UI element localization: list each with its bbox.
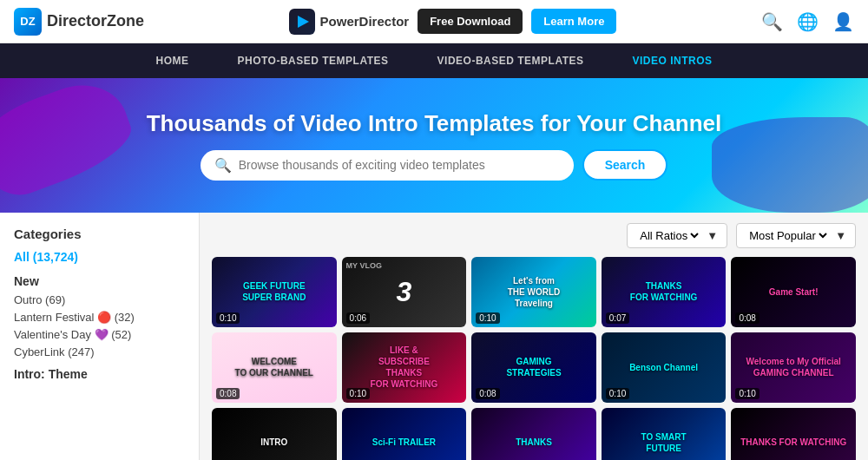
powerdirector-logo: PowerDirector xyxy=(289,9,410,35)
video-duration-gaming2: 0:10 xyxy=(735,388,759,399)
video-card-gaming2[interactable]: Welcome to My Official GAMING CHANNEL0:1… xyxy=(731,332,856,403)
categories-title: Categories xyxy=(14,227,185,241)
video-thumb-intro: INTRO xyxy=(212,408,337,460)
sidebar: Categories All (13,724) New Outro (69) L… xyxy=(0,213,200,460)
product-name: PowerDirector xyxy=(320,14,410,29)
video-card-welcome[interactable]: WELCOME TO OUR CHANNEL0:08 xyxy=(212,332,337,403)
ratio-select[interactable]: All Ratios xyxy=(636,228,701,243)
nav-photo-templates[interactable]: PHOTO-BASED TEMPLATES xyxy=(213,43,412,78)
sidebar-all-item[interactable]: All (13,724) xyxy=(14,250,185,264)
sort-select[interactable]: Most Popular xyxy=(746,228,830,243)
chevron-down-icon: ▼ xyxy=(835,229,846,242)
card-text-game: Game Start! xyxy=(766,283,822,301)
video-card-thanks2[interactable]: THANKS xyxy=(471,408,596,460)
sort-filter[interactable]: Most Popular ▼ xyxy=(736,223,856,248)
card-text-scifi: Sci-Fi TRAILER xyxy=(369,433,439,451)
logo-link[interactable]: DZ DirectorZone xyxy=(14,8,144,36)
video-thumb-thanks3: THANKS FOR WATCHING xyxy=(731,408,856,460)
header: DZ DirectorZone PowerDirector Free Downl… xyxy=(0,0,868,43)
card-text-thanks1: THANKS FOR WATCHING xyxy=(627,277,701,306)
hero-blob2 xyxy=(712,117,868,213)
video-card-scifi[interactable]: Sci-Fi TRAILER xyxy=(342,408,467,460)
nav-video-intros[interactable]: VIDEO INTROS xyxy=(608,43,737,78)
video-card-thanks1[interactable]: THANKS FOR WATCHING0:07 xyxy=(602,257,727,327)
card-text-thanks3: THANKS FOR WATCHING xyxy=(737,433,850,451)
video-duration-benson: 0:10 xyxy=(606,388,629,399)
grid-area: All Ratios ▼ Most Popular ▼ GEEK FUTURE … xyxy=(200,213,868,460)
pd-icon xyxy=(289,9,315,35)
sidebar-item-outro[interactable]: Outro (69) xyxy=(14,293,185,306)
card-text-benson: Benson Channel xyxy=(626,358,701,377)
video-thumb-scifi: Sci-Fi TRAILER xyxy=(342,408,467,460)
logo-text: DirectorZone xyxy=(47,12,144,30)
hero-search-row: 🔍 Search xyxy=(201,149,668,181)
header-right: 🔍 🌐 👤 xyxy=(761,11,854,32)
learn-more-button[interactable]: Learn More xyxy=(531,9,616,34)
main-content: Categories All (13,724) New Outro (69) L… xyxy=(0,213,868,460)
card-text-gaming2: Welcome to My Official GAMING CHANNEL xyxy=(743,352,845,382)
search-input[interactable] xyxy=(239,158,560,172)
video-card-gaming[interactable]: GAMING STRATEGIES0:08 xyxy=(471,332,596,403)
ratio-filter[interactable]: All Ratios ▼ xyxy=(627,223,727,248)
nav-video-templates[interactable]: VIDEO-BASED TEMPLATES xyxy=(413,43,608,78)
hero-search-box: 🔍 xyxy=(201,150,574,181)
video-duration-subscribe: 0:10 xyxy=(346,388,370,399)
video-card-thanks3[interactable]: THANKS FOR WATCHING xyxy=(731,408,856,460)
video-duration-geek: 0:10 xyxy=(216,312,240,324)
card-text-smart: TO SMART FUTURE xyxy=(638,428,690,457)
video-card-intro[interactable]: INTRO xyxy=(212,408,337,460)
card-text-geek: GEEK FUTURE SUPER BRAND xyxy=(239,277,309,306)
video-duration-game: 0:08 xyxy=(735,312,759,324)
video-card-game[interactable]: Game Start!0:08 xyxy=(731,257,856,327)
video-duration-vlog: 0:06 xyxy=(346,312,370,324)
hero-title: Thousands of Video Intro Templates for Y… xyxy=(147,110,722,137)
sidebar-item-valentines[interactable]: Valentine's Day 💜 (52) xyxy=(14,328,185,341)
video-thumb-thanks2: THANKS xyxy=(471,408,596,460)
sidebar-item-lantern[interactable]: Lantern Festival 🔴 (32) xyxy=(14,311,185,324)
card-text-intro: INTRO xyxy=(257,433,291,451)
nav-home[interactable]: HOME xyxy=(131,43,213,78)
user-button[interactable]: 👤 xyxy=(832,11,854,32)
hero-banner: Thousands of Video Intro Templates for Y… xyxy=(0,78,868,213)
sidebar-item-cyberlink[interactable]: CyberLink (247) xyxy=(14,345,185,358)
search-icon: 🔍 xyxy=(761,11,783,32)
dz-icon: DZ xyxy=(14,8,42,36)
card-text-world: Let's from THE WORLD Traveling xyxy=(504,272,564,312)
video-card-vlog[interactable]: 3MY VLOG0:06 xyxy=(342,257,467,327)
sidebar-new-section: New xyxy=(14,274,185,288)
card-text-thanks2: THANKS xyxy=(512,433,556,451)
free-download-button[interactable]: Free Download xyxy=(418,9,523,34)
video-card-geek[interactable]: GEEK FUTURE SUPER BRAND0:10 xyxy=(212,257,337,327)
card-text-gaming: GAMING STRATEGIES xyxy=(503,352,564,382)
header-center: PowerDirector Free Download Learn More xyxy=(289,9,617,35)
video-card-benson[interactable]: Benson Channel0:10 xyxy=(602,332,727,403)
chevron-down-icon: ▼ xyxy=(707,229,718,242)
hero-blob1 xyxy=(0,78,141,207)
search-icon: 🔍 xyxy=(214,157,232,174)
header-left: DZ DirectorZone xyxy=(14,8,144,36)
video-duration-welcome: 0:08 xyxy=(216,388,240,399)
svg-marker-0 xyxy=(298,16,309,28)
video-card-world[interactable]: Let's from THE WORLD Traveling0:10 xyxy=(471,257,596,327)
main-nav: HOME PHOTO-BASED TEMPLATES VIDEO-BASED T… xyxy=(0,43,868,78)
video-card-subscribe[interactable]: LIKE & SUBSCRIBE THANKS FOR WATCHING0:10 xyxy=(342,332,467,403)
grid-toolbar: All Ratios ▼ Most Popular ▼ xyxy=(212,223,856,248)
video-grid: GEEK FUTURE SUPER BRAND0:103MY VLOG0:06L… xyxy=(212,257,856,460)
card-text-subscribe: LIKE & SUBSCRIBE THANKS FOR WATCHING xyxy=(367,341,442,393)
sidebar-intro-theme-section: Intro: Theme xyxy=(14,367,185,381)
search-button[interactable]: Search xyxy=(582,149,668,181)
video-duration-world: 0:10 xyxy=(476,312,499,324)
video-card-smart[interactable]: TO SMART FUTURE xyxy=(602,408,727,460)
search-button[interactable]: 🔍 xyxy=(761,11,783,32)
language-button[interactable]: 🌐 xyxy=(797,11,819,32)
globe-icon: 🌐 xyxy=(797,11,819,32)
user-icon: 👤 xyxy=(832,11,854,32)
video-thumb-smart: TO SMART FUTURE xyxy=(602,408,727,460)
video-duration-thanks1: 0:07 xyxy=(606,312,629,324)
card-text-welcome: WELCOME TO OUR CHANNEL xyxy=(232,352,317,382)
video-duration-gaming: 0:08 xyxy=(476,388,499,399)
